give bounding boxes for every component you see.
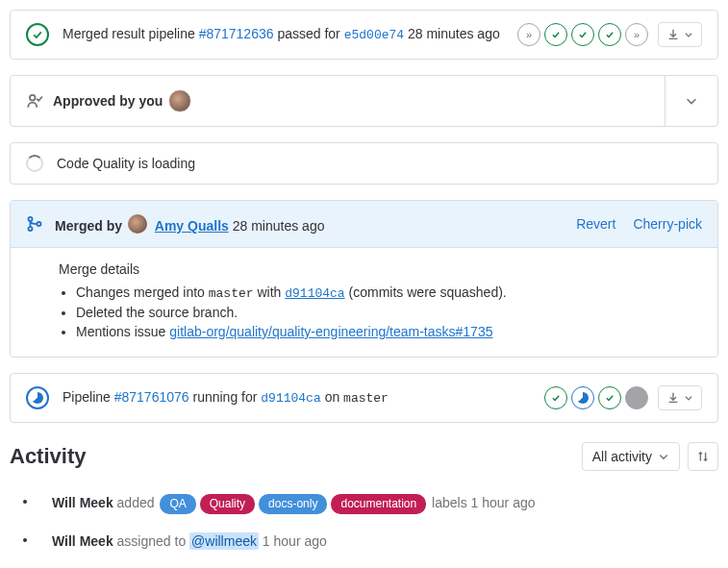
pipeline-summary: Pipeline #871761076 running for d91104ca… [63, 387, 537, 408]
pipeline-stage-icons: » » [517, 23, 648, 46]
stage-passed-icon[interactable] [571, 23, 594, 46]
stage-passed-icon[interactable] [598, 23, 621, 46]
chevron-down-icon [685, 94, 698, 108]
code-quality-text: Code Quality is loading [57, 156, 195, 171]
label-badge[interactable]: documentation [331, 494, 426, 514]
activity-author[interactable]: Will Meek [52, 533, 113, 549]
label-badge[interactable]: QA [160, 494, 195, 514]
merged-card: Merged by Amy Qualls 28 minutes ago Reve… [10, 200, 718, 358]
merge-details-title: Merge details [59, 261, 702, 277]
download-artifacts-button[interactable] [658, 385, 702, 410]
commit-sha-link[interactable]: d91104ca [285, 286, 344, 301]
pipeline-stage-icons [544, 386, 648, 409]
status-passed-icon [26, 23, 49, 46]
merge-icon [26, 215, 43, 233]
activity-item: Will Meek added QAQualitydocs-onlydocume… [10, 484, 718, 523]
activity-filter-select[interactable]: All activity [582, 442, 680, 471]
stage-passed-icon[interactable] [544, 23, 567, 46]
chevron-down-icon [684, 30, 693, 39]
approval-icon [26, 92, 43, 110]
stage-passed-icon[interactable] [598, 386, 621, 409]
merge-details: Merge details Changes merged into master… [11, 248, 717, 357]
approval-text: Approved by you [53, 93, 163, 109]
download-artifacts-button[interactable] [658, 22, 702, 47]
expand-approval-button[interactable] [665, 76, 717, 126]
activity-author[interactable]: Will Meek [52, 495, 113, 510]
stage-skipped-icon[interactable]: » [517, 23, 540, 46]
sort-button[interactable] [688, 442, 718, 471]
code-quality-card: Code Quality is loading [10, 142, 718, 185]
activity-header: Activity All activity [10, 442, 718, 471]
running-pipeline-card: Pipeline #871761076 running for d91104ca… [10, 373, 718, 423]
author-avatar[interactable] [128, 214, 147, 234]
pipeline-id-link[interactable]: #871712636 [199, 26, 274, 41]
activity-time: 1 hour ago [471, 495, 536, 510]
revert-button[interactable]: Revert [576, 216, 615, 232]
svg-point-0 [30, 95, 36, 101]
merged-author-link[interactable]: Amy Qualls [155, 218, 229, 234]
stage-skipped-icon[interactable]: » [625, 23, 648, 46]
commit-sha-link[interactable]: d91104ca [261, 391, 320, 406]
svg-point-2 [28, 227, 32, 231]
label-badge[interactable]: Quality [200, 494, 255, 514]
merge-detail-item: Mentions issue gitlab-org/quality/qualit… [76, 324, 702, 339]
chevron-down-icon [684, 393, 693, 403]
label-badge[interactable]: docs-only [259, 494, 327, 514]
stage-created-icon[interactable] [625, 386, 648, 409]
merged-pipeline-card: Merged result pipeline #871712636 passed… [10, 10, 718, 60]
activity-time: 1 hour ago [263, 533, 327, 549]
download-icon [666, 28, 680, 41]
svg-point-3 [37, 222, 40, 226]
chevron-down-icon [658, 451, 669, 462]
approver-avatar[interactable] [168, 89, 191, 112]
spinner-icon [26, 155, 43, 172]
activity-title: Activity [10, 444, 86, 469]
commit-sha-link[interactable]: e5d00e74 [344, 28, 404, 42]
sort-icon [696, 450, 710, 463]
status-running-icon [26, 386, 49, 409]
issue-link[interactable]: gitlab-org/quality/quality-engineering/t… [169, 324, 492, 339]
activity-item: Will Meek assigned to @willmeek 1 hour a… [10, 523, 718, 561]
merged-by-text: Merged by Amy Qualls 28 minutes ago [55, 214, 324, 234]
stage-running-icon[interactable] [571, 386, 594, 409]
download-icon [666, 391, 680, 405]
user-mention[interactable]: @willmeek [189, 532, 259, 550]
cherry-pick-button[interactable]: Cherry-pick [633, 216, 702, 232]
pipeline-summary: Merged result pipeline #871712636 passed… [63, 24, 510, 45]
pipeline-id-link[interactable]: #871761076 [114, 389, 189, 405]
activity-list: Will Meek added QAQualitydocs-onlydocume… [10, 484, 718, 561]
svg-point-1 [28, 217, 32, 221]
stage-passed-icon[interactable] [544, 386, 567, 409]
approval-card: Approved by you [10, 75, 718, 127]
merge-detail-item: Deleted the source branch. [76, 305, 702, 320]
merge-detail-item: Changes merged into master with d91104ca… [76, 284, 702, 301]
